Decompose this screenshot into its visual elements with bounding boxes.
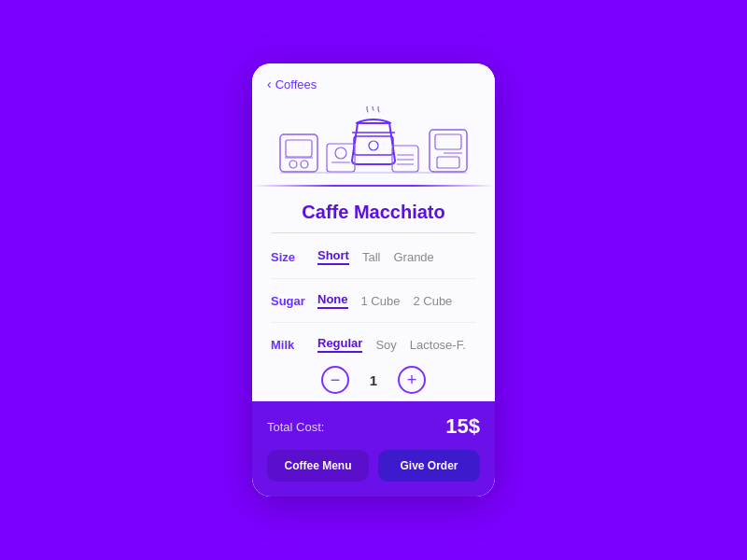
action-buttons: Coffee Menu Give Order [267,450,480,482]
svg-point-2 [289,161,297,168]
sugar-option-row: Sugar None 1 Cube 2 Cube [271,292,476,309]
svg-rect-1 [286,140,312,157]
milk-lactose[interactable]: Lactose-F. [410,338,466,352]
coffee-illustration [267,101,480,185]
bottom-panel: Total Cost: 15$ Coffee Menu Give Order [252,401,495,497]
milk-option-row: Milk Regular Soy Lactose-F. [271,336,476,353]
milk-values: Regular Soy Lactose-F. [317,336,466,353]
card-header: ‹ Coffees [252,63,495,185]
back-chevron-icon: ‹ [267,77,272,91]
card-body: Caffe Macchiato Size Short Tall Grande S… [252,187,495,411]
svg-rect-10 [354,136,393,155]
coffee-menu-button[interactable]: Coffee Menu [267,450,369,482]
total-cost-value: 15$ [445,414,480,439]
quantity-value: 1 [364,372,383,388]
svg-rect-6 [435,134,461,149]
size-short[interactable]: Short [317,248,349,265]
svg-point-11 [369,141,378,150]
size-label: Size [271,250,317,264]
milk-label: Milk [271,338,317,352]
sugar-none[interactable]: None [317,292,348,309]
milk-regular[interactable]: Regular [317,336,362,353]
sugar-2cube[interactable]: 2 Cube [413,294,452,308]
sugar-1cube[interactable]: 1 Cube [361,294,401,308]
give-order-button[interactable]: Give Order [378,450,480,482]
size-values: Short Tall Grande [317,248,434,265]
size-grande[interactable]: Grande [393,250,433,264]
title-divider [271,232,476,233]
product-card: ‹ Coffees [252,63,495,497]
total-cost-row: Total Cost: 15$ [267,414,480,439]
size-divider [271,278,476,279]
sugar-label: Sugar [271,294,317,308]
quantity-increase-button[interactable]: + [398,366,426,394]
svg-point-3 [301,161,308,168]
sugar-divider [271,322,476,323]
coffee-name: Caffe Macchiato [271,202,476,223]
size-option-row: Size Short Tall Grande [271,248,476,265]
quantity-decrease-button[interactable]: − [321,366,349,394]
sugar-values: None 1 Cube 2 Cube [317,292,452,309]
total-cost-label: Total Cost: [267,420,324,434]
back-label: Coffees [275,77,317,91]
app-container: ‹ Coffees [252,63,495,497]
svg-rect-8 [437,157,459,168]
quantity-row: − 1 + [271,366,476,394]
milk-soy[interactable]: Soy [375,338,396,352]
svg-rect-15 [392,146,418,172]
svg-point-13 [335,147,346,159]
size-tall[interactable]: Tall [362,250,381,264]
back-nav[interactable]: ‹ Coffees [267,77,480,91]
